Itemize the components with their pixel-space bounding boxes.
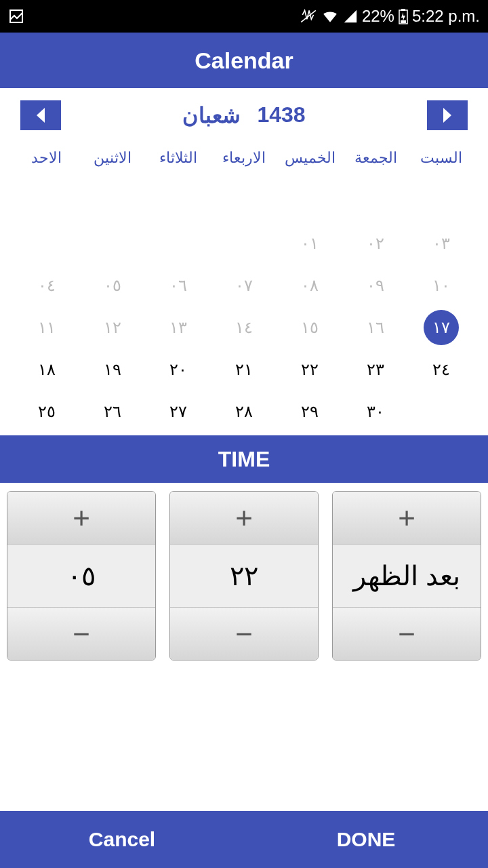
time-header: TIME xyxy=(0,435,488,483)
hour-plus-button[interactable]: + xyxy=(7,492,155,544)
day-cell[interactable]: ٢٦ xyxy=(79,391,145,433)
next-month-button[interactable] xyxy=(427,100,468,130)
ampm-spinner: + بعد الظهر − xyxy=(332,491,481,660)
weekday-0: الاحد xyxy=(14,142,79,174)
wifi-icon xyxy=(321,7,339,25)
day-cell xyxy=(409,391,474,433)
vibrate-icon xyxy=(300,7,317,25)
day-cell[interactable]: ٠٩ xyxy=(343,264,409,307)
time-spinners: + ٠٥ − + ٢٢ − + بعد الظهر − xyxy=(0,483,488,669)
weekday-1: الاثنين xyxy=(79,142,145,174)
day-cell[interactable]: ٢١ xyxy=(211,349,277,391)
svg-marker-7 xyxy=(443,108,451,123)
day-cell[interactable]: ١١ xyxy=(14,307,79,349)
minute-plus-button[interactable]: + xyxy=(170,492,318,544)
day-cell[interactable]: ٠٥ xyxy=(79,264,145,307)
day-cell[interactable]: ٠٨ xyxy=(277,264,343,307)
ampm-value[interactable]: بعد الظهر xyxy=(333,544,481,608)
day-cell[interactable]: ١٤ xyxy=(211,307,277,349)
weekday-3: الاربعاء xyxy=(211,142,277,174)
signal-icon xyxy=(343,9,358,24)
day-cell[interactable]: ٢٠ xyxy=(145,349,211,391)
year-value: 1438 xyxy=(257,102,305,128)
hour-minus-button[interactable]: − xyxy=(7,608,155,660)
day-cell xyxy=(14,180,79,222)
ampm-minus-button[interactable]: − xyxy=(333,608,481,660)
minute-value[interactable]: ٢٢ xyxy=(170,544,318,608)
minute-spinner: + ٢٢ − xyxy=(169,491,319,660)
day-cell xyxy=(277,180,343,222)
weekday-2: الثلاثاء xyxy=(145,142,211,174)
day-cell xyxy=(145,222,211,264)
day-cell[interactable]: ٠٤ xyxy=(14,264,79,307)
weekday-6: السبت xyxy=(409,142,474,174)
hour-value[interactable]: ٠٥ xyxy=(7,544,155,608)
day-cell[interactable]: ٢٨ xyxy=(211,391,277,433)
day-cell xyxy=(79,222,145,264)
battery-icon xyxy=(399,8,408,24)
svg-rect-0 xyxy=(10,10,22,22)
app-header: Calendar xyxy=(0,33,488,88)
day-cell xyxy=(211,180,277,222)
day-cell xyxy=(343,180,409,222)
prev-month-button[interactable] xyxy=(20,100,61,130)
battery-percent: 22% xyxy=(362,7,394,26)
day-cell xyxy=(409,180,474,222)
day-cell[interactable]: ٣٠ xyxy=(343,391,409,433)
day-cell xyxy=(145,180,211,222)
day-cell[interactable]: ٢٤ xyxy=(409,349,474,391)
day-cell[interactable]: ٠١ xyxy=(277,222,343,264)
day-cell[interactable]: ٢٩ xyxy=(277,391,343,433)
day-cell[interactable]: ٢٥ xyxy=(14,391,79,433)
status-time: 5:22 p.m. xyxy=(412,7,480,26)
day-cell xyxy=(211,222,277,264)
day-cell[interactable]: ٠٣ xyxy=(409,222,474,264)
weekday-5: الجمعة xyxy=(343,142,409,174)
day-cell[interactable]: ٠٢ xyxy=(343,222,409,264)
ampm-plus-button[interactable]: + xyxy=(333,492,481,544)
svg-marker-5 xyxy=(401,12,405,22)
day-cell[interactable]: ٢٣ xyxy=(343,349,409,391)
day-cell[interactable]: ١٦ xyxy=(343,307,409,349)
day-cell[interactable]: ١٥ xyxy=(277,307,343,349)
svg-rect-4 xyxy=(401,20,406,23)
day-cell xyxy=(79,180,145,222)
day-cell[interactable]: ٠٧ xyxy=(211,264,277,307)
weekday-headers: الاحدالاثنينالثلاثاءالاربعاءالخميسالجمعة… xyxy=(0,142,488,174)
footer-actions: Cancel DONE xyxy=(0,811,488,868)
day-cell[interactable]: ١٠ xyxy=(409,264,474,307)
month-year-label: شعبان 1438 xyxy=(182,102,305,128)
day-cell[interactable]: ٠٦ xyxy=(145,264,211,307)
calendar-grid: ٠١٠٢٠٣٠٤٠٥٠٦٠٧٠٨٠٩١٠١١١٢١٣١٤١٥١٦١٧١٨١٩٢٠… xyxy=(0,174,488,433)
day-cell[interactable]: ١٣ xyxy=(145,307,211,349)
hour-spinner: + ٠٥ − xyxy=(7,491,156,660)
svg-rect-3 xyxy=(401,9,405,11)
day-cell xyxy=(14,222,79,264)
header-title: Calendar xyxy=(195,47,293,74)
done-button[interactable]: DONE xyxy=(244,811,488,868)
day-cell[interactable]: ١٧ xyxy=(409,307,474,349)
svg-marker-6 xyxy=(37,108,45,123)
weekday-4: الخميس xyxy=(277,142,343,174)
status-bar: 22% 5:22 p.m. xyxy=(0,0,488,33)
minute-minus-button[interactable]: − xyxy=(170,608,318,660)
day-cell[interactable]: ١٩ xyxy=(79,349,145,391)
month-name: شعبان xyxy=(182,102,241,128)
day-cell[interactable]: ١٢ xyxy=(79,307,145,349)
image-icon xyxy=(8,8,24,24)
day-cell[interactable]: ٢٢ xyxy=(277,349,343,391)
day-cell[interactable]: ١٨ xyxy=(14,349,79,391)
cancel-button[interactable]: Cancel xyxy=(0,811,244,868)
month-navigation: شعبان 1438 xyxy=(0,88,488,142)
day-cell[interactable]: ٢٧ xyxy=(145,391,211,433)
